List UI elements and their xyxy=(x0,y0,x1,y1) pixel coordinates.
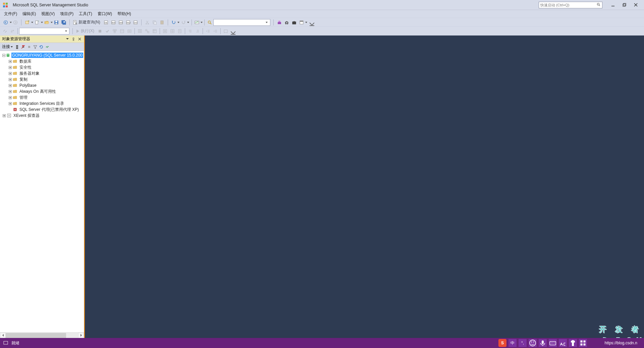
connect-button[interactable] xyxy=(1,27,9,35)
connect-server-button[interactable] xyxy=(14,44,20,50)
new-project-button[interactable] xyxy=(23,19,31,26)
tree-node-xevent[interactable]: XEvent 探查器 xyxy=(1,113,83,119)
include-actual-plan-button[interactable] xyxy=(136,27,144,35)
dax-query-button[interactable]: DAX xyxy=(132,19,139,26)
menu-edit[interactable]: 编辑(E) xyxy=(20,10,39,17)
new-file-dropdown[interactable] xyxy=(41,22,43,23)
menu-view[interactable]: 视图(V) xyxy=(39,10,57,17)
toolbox-button[interactable] xyxy=(290,19,298,26)
ime-punct-icon[interactable]: °, xyxy=(519,339,527,347)
new-file-button[interactable] xyxy=(33,19,41,26)
quick-launch-input[interactable] xyxy=(540,3,597,7)
activity-monitor-button[interactable] xyxy=(193,19,201,26)
stop-button[interactable] xyxy=(26,44,32,50)
tree-node[interactable]: 数据库 xyxy=(1,58,83,64)
connect-dropdown[interactable]: 连接 xyxy=(1,44,14,50)
open-file-button[interactable] xyxy=(43,19,50,26)
tree-node[interactable]: SQL Server 代理(已禁用代理 XP) xyxy=(1,107,83,113)
template-explorer-button[interactable] xyxy=(298,19,305,26)
toolbar-options-dropdown[interactable] xyxy=(229,31,237,35)
tree-node[interactable]: 复制 xyxy=(1,76,83,82)
mdx-query-button[interactable]: MDX xyxy=(110,19,117,26)
results-to-file-button[interactable] xyxy=(176,27,183,35)
outdent-button[interactable] xyxy=(212,27,219,35)
save-all-button[interactable] xyxy=(60,19,67,26)
client-stats-button[interactable] xyxy=(151,27,158,35)
execute-button[interactable]: 执行(X) xyxy=(74,27,96,35)
undo-button[interactable] xyxy=(170,19,177,26)
undo-dropdown[interactable] xyxy=(177,22,180,23)
object-explorer-tree[interactable]: GONGRUIYANG (SQL Server 15.0.200 数据库安全性服… xyxy=(0,51,84,332)
change-connection-button[interactable] xyxy=(9,27,16,35)
maximize-button[interactable] xyxy=(619,2,630,8)
menu-window[interactable]: 窗口(W) xyxy=(95,10,115,17)
expand-icon[interactable] xyxy=(8,83,12,87)
tree-node-server[interactable]: GONGRUIYANG (SQL Server 15.0.200 xyxy=(1,52,83,58)
close-button[interactable] xyxy=(630,2,641,8)
ime-emoji-icon[interactable] xyxy=(529,339,537,347)
expand-icon[interactable] xyxy=(8,89,12,93)
nav-back-button[interactable] xyxy=(2,19,9,26)
filter-button[interactable] xyxy=(32,44,38,50)
new-query-button[interactable]: 新建查询(N) xyxy=(72,19,102,26)
expand-icon[interactable] xyxy=(8,71,12,75)
comment-button[interactable] xyxy=(186,27,194,35)
window-position-dropdown[interactable] xyxy=(65,37,70,42)
quick-launch-box[interactable] xyxy=(539,2,602,8)
copy-button[interactable] xyxy=(151,19,158,26)
expand-icon[interactable] xyxy=(2,114,6,118)
expand-icon[interactable] xyxy=(8,59,12,63)
find-button[interactable] xyxy=(206,19,213,26)
cut-button[interactable] xyxy=(144,19,151,26)
tree-node[interactable]: 管理 xyxy=(1,94,83,100)
registered-servers-button[interactable] xyxy=(276,19,283,26)
save-button[interactable] xyxy=(53,19,60,26)
parse-button[interactable] xyxy=(104,27,111,35)
properties-button[interactable] xyxy=(283,19,290,26)
nav-forward-button[interactable] xyxy=(12,19,19,26)
tree-node[interactable]: Always On 高可用性 xyxy=(1,88,83,94)
ime-tools-icon[interactable] xyxy=(579,339,587,347)
tree-horizontal-scrollbar[interactable] xyxy=(0,332,84,338)
menu-tools[interactable]: 工具(T) xyxy=(76,10,95,17)
dmx-query-button[interactable]: DMX xyxy=(117,19,124,26)
find-input[interactable] xyxy=(213,19,270,26)
menu-help[interactable]: 帮助(H) xyxy=(115,10,134,17)
refresh-button[interactable] xyxy=(38,44,44,50)
de-query-button[interactable]: DE xyxy=(102,19,110,26)
ime-mode-icon[interactable]: 中 xyxy=(508,339,517,347)
template-dropdown[interactable] xyxy=(305,22,308,23)
disconnect-button[interactable] xyxy=(20,44,26,50)
activity-monitor-dropdown[interactable] xyxy=(201,22,203,23)
find-dropdown[interactable] xyxy=(266,22,268,23)
results-to-grid-button[interactable] xyxy=(169,27,176,35)
minimize-button[interactable] xyxy=(607,2,619,8)
scrollbar-thumb[interactable] xyxy=(6,333,66,338)
sogou-ime-icon[interactable]: S xyxy=(498,339,506,347)
xmla-query-button[interactable]: XMLA xyxy=(124,19,132,26)
tree-node[interactable]: 安全性 xyxy=(1,64,83,70)
intellisense-button[interactable] xyxy=(126,27,133,35)
ime-skin-icon[interactable] xyxy=(569,339,577,347)
indent-button[interactable] xyxy=(204,27,212,35)
redo-button[interactable] xyxy=(180,19,187,26)
ime-voice-icon[interactable] xyxy=(539,339,547,347)
scrollbar-track[interactable] xyxy=(6,333,78,338)
toolbar-options-dropdown[interactable] xyxy=(308,22,316,26)
auto-hide-button[interactable] xyxy=(71,37,76,42)
open-file-dropdown[interactable] xyxy=(50,22,53,23)
new-project-dropdown[interactable] xyxy=(31,22,33,23)
expand-icon[interactable] xyxy=(8,101,12,106)
expand-icon[interactable] xyxy=(8,65,12,69)
ime-handwrite-icon[interactable] xyxy=(559,339,567,347)
scroll-left-button[interactable] xyxy=(0,333,6,338)
live-stats-button[interactable] xyxy=(144,27,151,35)
expand-icon[interactable] xyxy=(8,95,12,99)
menu-project[interactable]: 项目(P) xyxy=(57,10,76,17)
paste-button[interactable] xyxy=(158,19,166,26)
search-icon[interactable] xyxy=(597,2,601,8)
tree-node[interactable]: 服务器对象 xyxy=(1,70,83,76)
close-panel-button[interactable] xyxy=(77,37,82,42)
redo-dropdown[interactable] xyxy=(187,22,190,23)
database-select[interactable] xyxy=(19,28,69,34)
